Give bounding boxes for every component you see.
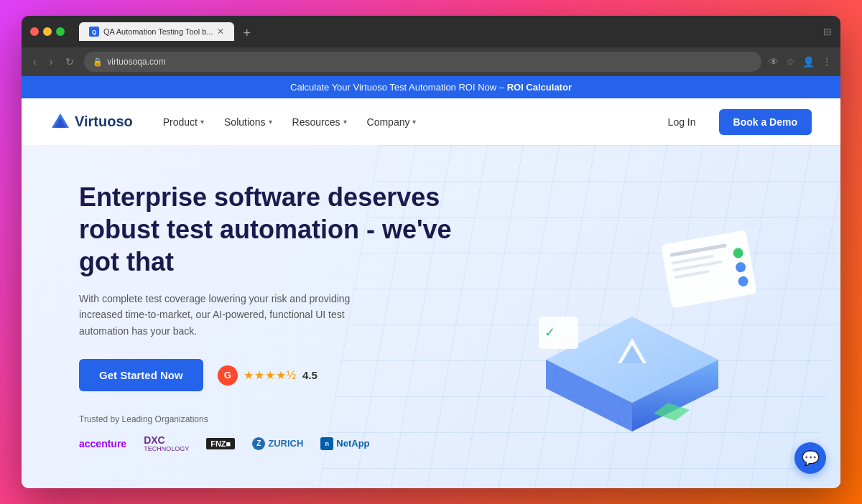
address-bar[interactable]: 🔒 virtuosoqa.com: [84, 52, 761, 72]
tab-favicon: Q: [89, 27, 99, 37]
netapp-icon: n: [320, 437, 333, 450]
website-content: Calculate Your Virtuoso Test Automation …: [22, 76, 840, 488]
trusted-section: Trusted by Leading Organizations accentu…: [79, 414, 481, 452]
nav-resources[interactable]: Resources ▾: [284, 112, 356, 132]
nav-solutions-label: Solutions: [224, 116, 266, 128]
chevron-down-icon: ▾: [269, 118, 272, 126]
nav-solutions[interactable]: Solutions ▾: [216, 112, 281, 132]
virtuoso-logo-icon: [50, 112, 70, 132]
star-rating: ★★★★½: [244, 368, 297, 382]
browser-titlebar: Q QA Automation Testing Tool b... ✕ + ⊟: [22, 16, 840, 47]
profile-icon[interactable]: 👤: [802, 56, 815, 67]
browser-toolbar: ‹ › ↻ 🔒 virtuosoqa.com 👁 ☆ 👤 ⋮: [22, 47, 840, 76]
tab-close-button[interactable]: ✕: [217, 27, 224, 37]
nav-company-label: Company: [367, 116, 410, 128]
hero-cta-row: Get Started Now G ★★★★½ 4.5: [79, 359, 481, 391]
trusted-label: Trusted by Leading Organizations: [79, 414, 481, 424]
chat-button[interactable]: 💬: [794, 442, 826, 474]
logo[interactable]: Virtuoso: [50, 112, 133, 132]
refresh-button[interactable]: ↻: [62, 53, 77, 70]
back-button[interactable]: ‹: [30, 53, 40, 70]
svg-text:✓: ✓: [544, 325, 555, 340]
get-started-button[interactable]: Get Started Now: [79, 359, 203, 391]
forward-button[interactable]: ›: [47, 53, 56, 70]
maximize-button[interactable]: [56, 27, 65, 36]
nav-resources-label: Resources: [292, 116, 340, 128]
nav-product[interactable]: Product ▾: [154, 112, 213, 132]
nav-company[interactable]: Company ▾: [358, 112, 425, 132]
star-icon[interactable]: ☆: [786, 56, 795, 67]
chevron-down-icon: ▾: [343, 118, 347, 126]
hero-title: Enterprise software deserves robust test…: [79, 181, 481, 278]
active-tab[interactable]: Q QA Automation Testing Tool b... ✕: [79, 22, 234, 41]
window-controls: ⊟: [823, 26, 832, 37]
dxc-logo: DXC TECHNOLOGY: [144, 434, 189, 452]
company-logos: accenture DXC TECHNOLOGY FNZ■ Z ZURICH n: [79, 434, 481, 452]
close-button[interactable]: [30, 27, 39, 36]
chat-icon: 💬: [802, 449, 820, 467]
browser-window: Q QA Automation Testing Tool b... ✕ + ⊟ …: [22, 16, 840, 488]
fnz-logo: FNZ■: [206, 438, 235, 449]
security-icon: 🔒: [93, 57, 103, 67]
hero-content: Enterprise software deserves robust test…: [79, 145, 481, 474]
menu-icon[interactable]: ⋮: [822, 56, 832, 67]
tab-title: QA Automation Testing Tool b...: [103, 27, 213, 36]
minimize-button[interactable]: [43, 27, 52, 36]
zurich-logo: Z ZURICH: [252, 437, 303, 450]
nav-actions: Log In Book a Demo: [657, 109, 812, 135]
new-tab-button[interactable]: +: [237, 26, 256, 41]
announcement-bar[interactable]: Calculate Your Virtuoso Test Automation …: [22, 76, 840, 98]
nav-product-label: Product: [163, 116, 198, 128]
toolbar-actions: 👁 ☆ 👤 ⋮: [769, 56, 832, 67]
g2-rating: G ★★★★½ 4.5: [218, 365, 318, 386]
hero-subtitle: With complete test coverage lowering you…: [79, 291, 366, 339]
navbar: Virtuoso Product ▾ Solutions ▾ Resources…: [22, 98, 840, 145]
logo-text: Virtuoso: [75, 113, 133, 130]
announcement-cta[interactable]: ROI Calculator: [507, 82, 572, 93]
address-text: virtuosoqa.com: [107, 57, 165, 67]
eye-off-icon: 👁: [769, 56, 779, 67]
rating-score: 4.5: [302, 369, 318, 381]
g2-logo-icon: G: [218, 365, 238, 386]
isometric-scene-svg: ✓: [481, 173, 783, 446]
hero-section: Enterprise software deserves robust test…: [22, 145, 840, 488]
netapp-logo: n NetApp: [320, 437, 369, 450]
zurich-icon: Z: [252, 437, 265, 450]
book-demo-button[interactable]: Book a Demo: [719, 109, 812, 135]
nav-links: Product ▾ Solutions ▾ Resources ▾ Compan…: [154, 112, 657, 132]
chevron-down-icon: ▾: [412, 118, 416, 126]
accenture-logo: accenture: [79, 438, 126, 449]
hero-illustration: ✓: [481, 145, 783, 474]
login-button[interactable]: Log In: [657, 111, 708, 134]
chevron-down-icon: ▾: [200, 118, 204, 126]
announcement-text: Calculate Your Virtuoso Test Automation …: [290, 82, 507, 93]
traffic-lights: [30, 27, 65, 36]
browser-tabs: Q QA Automation Testing Tool b... ✕ +: [79, 22, 256, 41]
